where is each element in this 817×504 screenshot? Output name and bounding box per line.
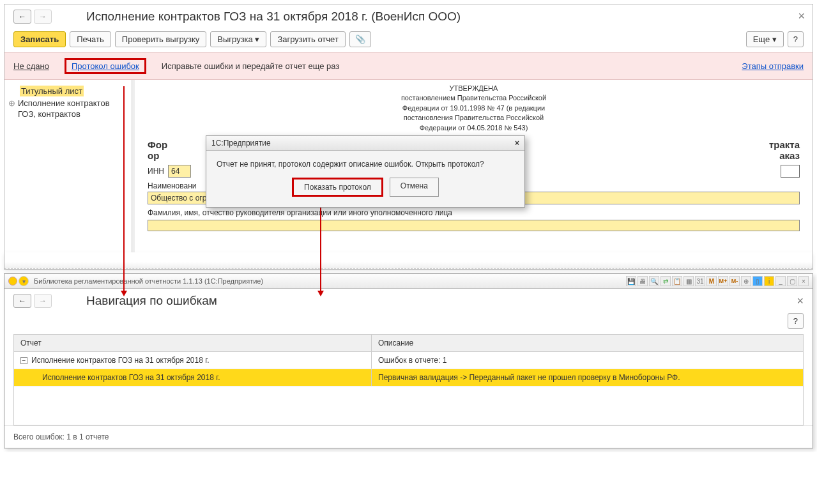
help-button[interactable]: ? (788, 31, 804, 47)
check-upload-button[interactable]: Проверить выгрузку (115, 31, 207, 47)
write-button[interactable]: Записать (13, 31, 66, 47)
calc-mminus-button[interactable]: M- (729, 276, 740, 286)
hint-text: Исправьте ошибки и передайте отчет еще р… (162, 61, 340, 71)
table-header: Отчет Описание (14, 335, 803, 352)
chevron-down-icon: ▾ (772, 34, 777, 44)
page-title: Исполнение контрактов ГОЗ на 31 октября … (86, 10, 461, 24)
dialog-header: 1С:Предприятие × (206, 136, 524, 151)
name-label: Наименовани (148, 181, 197, 190)
help-button[interactable]: ? (788, 313, 804, 329)
tree-item-title-page[interactable]: Титульный лист (8, 86, 128, 96)
annotation-arrow (123, 86, 125, 291)
nav-fwd-button[interactable]: → (34, 294, 52, 308)
zoom-icon[interactable]: ⊕ (741, 276, 751, 286)
header: ← → Исполнение контрактов ГОЗ на 31 октя… (4, 4, 813, 29)
errors-window: ▾ Библиотека регламентированной отчетнос… (4, 273, 813, 448)
col-desc: Описание (372, 335, 803, 351)
window-title: Библиотека регламентированной отчетности… (34, 277, 263, 285)
nav-back-button[interactable]: ← (13, 294, 31, 308)
dialog-body: Отчет не принят, протокол содержит описа… (206, 151, 524, 207)
print-button[interactable]: Печать (70, 31, 111, 47)
protocol-link-highlight: Протокол ошибок (65, 58, 146, 74)
nav-back-button[interactable]: ← (13, 10, 31, 24)
collapse-icon[interactable]: − (20, 357, 27, 364)
errors-table: Отчет Описание −Исполнение контрактов ГО… (13, 334, 804, 425)
fio-label: Фамилия, имя, отчество руководителя орга… (148, 208, 800, 217)
app-logo-icon (8, 277, 17, 286)
calendar-icon[interactable]: 31 (695, 276, 705, 286)
more-dropdown[interactable]: Еще ▾ (746, 31, 784, 47)
minimize-icon[interactable]: _ (775, 276, 786, 286)
copy-icon[interactable]: 📋 (672, 276, 682, 286)
annotation-arrow (320, 208, 321, 291)
cancel-button[interactable]: Отмена (390, 178, 439, 197)
save-icon[interactable]: 💾 (626, 276, 636, 286)
show-protocol-button[interactable]: Показать протокол (292, 178, 383, 197)
window-titlebar: ▾ Библиотека регламентированной отчетнос… (4, 274, 813, 289)
torn-edge (4, 252, 813, 269)
toolbar: Записать Печать Проверить выгрузку Выгру… (4, 29, 813, 52)
col-report: Отчет (14, 335, 372, 351)
paperclip-icon: 📎 (355, 34, 365, 44)
approved-block: УТВЕРЖДЕНА постановлением Правительства … (148, 84, 800, 133)
calc-m-button[interactable]: M (706, 276, 717, 286)
table-row[interactable]: −Исполнение контрактов ГОЗ на 31 октября… (14, 352, 803, 369)
close-icon[interactable]: × (798, 10, 805, 23)
load-report-button[interactable]: Загрузить отчет (270, 31, 345, 47)
errors-footer: Всего ошибок: 1 в 1 отчете (4, 425, 813, 448)
nav-fwd-button[interactable]: → (34, 10, 52, 24)
panes-icon[interactable]: ▯ (752, 276, 763, 286)
inn-label: ИНН (148, 167, 164, 176)
protocol-errors-link[interactable]: Протокол ошибок (72, 61, 139, 71)
compare-icon[interactable]: ⇄ (660, 276, 671, 286)
expand-icon[interactable]: ⊕ (8, 98, 15, 108)
maximize-icon[interactable]: ▢ (787, 276, 797, 286)
dialog-title: 1С:Предприятие (211, 139, 271, 148)
close-icon[interactable]: × (797, 294, 804, 308)
calc-mplus-button[interactable]: M+ (718, 276, 728, 286)
preview-icon[interactable]: 🔍 (649, 276, 659, 286)
status-link[interactable]: Не сдано (13, 61, 49, 71)
info-icon[interactable]: i (764, 276, 774, 286)
errors-title: Навигация по ошибкам (86, 294, 217, 308)
dialog-close-icon[interactable]: × (515, 139, 519, 148)
close-window-icon[interactable]: × (798, 276, 809, 286)
print-icon[interactable]: 🖶 (638, 276, 648, 286)
send-stages-link[interactable]: Этапы отправки (742, 61, 804, 71)
grid-icon[interactable]: ▦ (683, 276, 694, 286)
dialog-text: Отчет не принят, протокол содержит описа… (217, 160, 514, 169)
tree-item-exec[interactable]: ⊕ Исполнение контрактов ГОЗ, контрактов (8, 98, 128, 120)
table-empty-area (14, 386, 803, 425)
blank-box (781, 165, 800, 178)
attach-button[interactable]: 📎 (349, 31, 371, 47)
confirm-dialog: 1С:Предприятие × Отчет не принят, проток… (206, 135, 525, 208)
nav-tree: Титульный лист ⊕ Исполнение контрактов Г… (4, 80, 132, 252)
status-bar: Не сдано Протокол ошибок Исправьте ошибк… (4, 52, 813, 80)
table-row[interactable]: Исполнение контрактов ГОЗ на 31 октября … (14, 369, 803, 386)
fio-field[interactable] (148, 220, 800, 231)
titlebar-icons: 💾 🖶 🔍 ⇄ 📋 ▦ 31 M M+ M- ⊕ ▯ i _ ▢ × (626, 276, 809, 286)
dropdown-icon[interactable]: ▾ (19, 276, 29, 286)
inn-field[interactable]: 64 (168, 165, 191, 178)
chevron-down-icon: ▾ (255, 34, 259, 44)
upload-dropdown[interactable]: Выгрузка ▾ (210, 31, 266, 47)
